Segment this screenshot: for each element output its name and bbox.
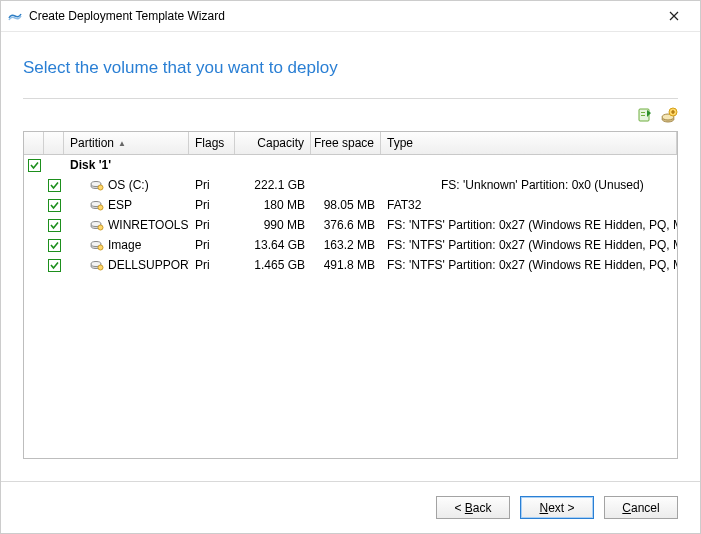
partition-name: Image <box>108 238 141 252</box>
volume-icon <box>90 237 104 254</box>
partition-flags: Pri <box>189 258 235 272</box>
svg-rect-2 <box>641 115 645 116</box>
table-row[interactable]: Image Pri 13.64 GB 163.2 MB FS: 'NTFS' P… <box>24 235 677 255</box>
close-button[interactable] <box>654 2 694 30</box>
partition-free: 98.05 MB <box>311 198 381 212</box>
partition-type: FS: 'Unknown' Partition: 0x0 (Unused) <box>381 178 677 192</box>
col-partition-label: Partition <box>70 136 114 150</box>
wizard-window: Create Deployment Template Wizard Select… <box>0 0 701 534</box>
partition-flags: Pri <box>189 218 235 232</box>
partition-flags: Pri <box>189 238 235 252</box>
col-checkbox[interactable] <box>24 132 44 154</box>
partition-name: DELLSUPPORT <box>108 258 189 272</box>
disk-checkbox[interactable] <box>28 159 41 172</box>
partition-type: FAT32 <box>381 198 677 212</box>
grid-body: Disk '1' <box>24 155 677 458</box>
col-free[interactable]: Free space <box>311 132 381 154</box>
partition-name: WINRETOOLS <box>108 218 188 232</box>
new-disk-icon[interactable] <box>660 107 678 125</box>
partition-free: 163.2 MB <box>311 238 381 252</box>
cancel-button[interactable]: Cancel <box>604 496 678 519</box>
footer: < Back Next > Cancel <box>1 481 700 533</box>
row-checkbox[interactable] <box>48 219 61 232</box>
row-checkbox[interactable] <box>48 259 61 272</box>
grid-header: Partition ▲ Flags Capacity Free space Ty… <box>24 132 677 155</box>
col-icon[interactable] <box>44 132 64 154</box>
volume-grid: Partition ▲ Flags Capacity Free space Ty… <box>23 131 678 459</box>
toolbar <box>1 99 700 131</box>
svg-point-17 <box>98 245 103 250</box>
table-row[interactable]: ESP Pri 180 MB 98.05 MB FAT32 <box>24 195 677 215</box>
disk-label: Disk '1' <box>64 158 677 172</box>
col-flags[interactable]: Flags <box>189 132 235 154</box>
partition-capacity: 1.465 GB <box>235 258 311 272</box>
app-icon <box>7 8 23 24</box>
col-type-label: Type <box>387 136 413 150</box>
content-area: Select the volume that you want to deplo… <box>1 32 700 481</box>
table-row[interactable]: WINRETOOLS Pri 990 MB 376.6 MB FS: 'NTFS… <box>24 215 677 235</box>
col-free-label: Free space <box>314 136 374 150</box>
partition-free: 376.6 MB <box>311 218 381 232</box>
partition-flags: Pri <box>189 178 235 192</box>
partition-capacity: 180 MB <box>235 198 311 212</box>
disk-row[interactable]: Disk '1' <box>24 155 677 175</box>
svg-rect-1 <box>641 112 645 113</box>
window-title: Create Deployment Template Wizard <box>29 9 654 23</box>
volume-icon <box>90 177 104 194</box>
svg-point-14 <box>98 225 103 230</box>
row-checkbox[interactable] <box>48 179 61 192</box>
partition-name: OS (C:) <box>108 178 149 192</box>
heading-area: Select the volume that you want to deplo… <box>1 32 700 90</box>
volume-icon <box>90 217 104 234</box>
svg-point-8 <box>98 185 103 190</box>
partition-type: FS: 'NTFS' Partition: 0x27 (Windows RE H… <box>381 218 677 232</box>
partition-flags: Pri <box>189 198 235 212</box>
table-row[interactable]: DELLSUPPORT Pri 1.465 GB 491.8 MB FS: 'N… <box>24 255 677 275</box>
col-type[interactable]: Type <box>381 132 677 154</box>
page-heading: Select the volume that you want to deplo… <box>23 58 678 78</box>
volume-icon <box>90 197 104 214</box>
col-capacity-label: Capacity <box>257 136 304 150</box>
sort-indicator-icon: ▲ <box>118 139 126 148</box>
titlebar: Create Deployment Template Wizard <box>1 1 700 32</box>
svg-point-20 <box>98 265 103 270</box>
row-checkbox[interactable] <box>48 199 61 212</box>
partition-capacity: 222.1 GB <box>235 178 311 192</box>
partition-capacity: 990 MB <box>235 218 311 232</box>
col-capacity[interactable]: Capacity <box>235 132 311 154</box>
table-row[interactable]: OS (C:) Pri 222.1 GB FS: 'Unknown' Parti… <box>24 175 677 195</box>
row-checkbox[interactable] <box>48 239 61 252</box>
refresh-icon[interactable] <box>636 107 654 125</box>
partition-type: FS: 'NTFS' Partition: 0x27 (Windows RE H… <box>381 238 677 252</box>
partition-type: FS: 'NTFS' Partition: 0x27 (Windows RE H… <box>381 258 677 272</box>
col-flags-label: Flags <box>195 136 224 150</box>
svg-point-11 <box>98 205 103 210</box>
volume-icon <box>90 257 104 274</box>
col-partition[interactable]: Partition ▲ <box>64 132 189 154</box>
partition-free: 491.8 MB <box>311 258 381 272</box>
partition-capacity: 13.64 GB <box>235 238 311 252</box>
back-button[interactable]: < Back <box>436 496 510 519</box>
next-button[interactable]: Next > <box>520 496 594 519</box>
partition-name: ESP <box>108 198 132 212</box>
